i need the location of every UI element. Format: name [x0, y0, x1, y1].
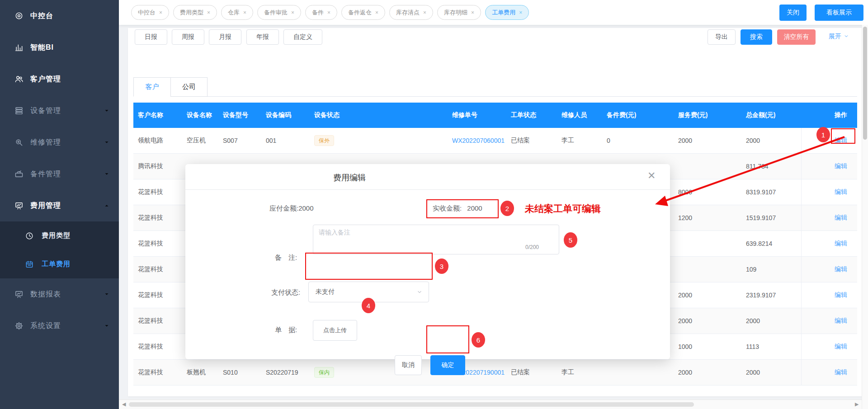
edit-link[interactable]: 编辑	[835, 136, 847, 145]
tabs-divider	[133, 96, 857, 97]
tab-备件审批[interactable]: 备件审批×	[257, 5, 301, 20]
operation-cell: 编辑	[801, 360, 857, 385]
edit-link[interactable]: 编辑	[835, 343, 847, 351]
edit-link[interactable]: 编辑	[835, 317, 847, 325]
customer-name: 花篮科技	[133, 265, 182, 273]
sidebar-item-费用管理[interactable]: 费用管理	[0, 190, 119, 221]
close-icon[interactable]: ×	[159, 10, 162, 15]
sidebar-item-备件管理[interactable]: 备件管理	[0, 158, 119, 190]
sidebar-item-维修管理[interactable]: 维修管理	[0, 127, 119, 158]
tab-公司[interactable]: 公司	[170, 77, 208, 97]
sidebar-item-工单费用[interactable]: 工单费用	[0, 250, 119, 278]
sidebar-item-label: 工单费用	[42, 260, 71, 268]
period-button-自定义[interactable]: 自定义	[283, 29, 322, 45]
chevron-down-icon	[844, 33, 849, 40]
operation-cell: 编辑	[801, 334, 857, 359]
board-display-button[interactable]: 看板展示	[815, 5, 863, 21]
chevron-down-icon	[104, 171, 110, 177]
horizontal-scrollbar[interactable]: ◀ ▶	[119, 400, 862, 409]
edit-link[interactable]: 编辑	[835, 162, 847, 170]
chevron-down-icon	[104, 139, 110, 146]
upload-button[interactable]: 点击上传	[313, 320, 357, 341]
expand-toggle[interactable]: 展开	[829, 33, 849, 41]
confirm-button[interactable]: 确定	[430, 355, 465, 375]
tab-中控台[interactable]: 中控台×	[131, 5, 169, 20]
total-amount: 8319.9107	[741, 188, 801, 196]
dialog-close-icon[interactable]: ✕	[647, 171, 656, 181]
edit-link[interactable]: 编辑	[835, 265, 847, 273]
device-status: 保外	[310, 135, 448, 146]
period-button-年报[interactable]: 年报	[246, 29, 279, 45]
sidebar-item-智能BI[interactable]: 智能BI	[0, 32, 119, 63]
close-icon[interactable]: ×	[375, 10, 378, 15]
close-icon[interactable]: ×	[327, 10, 330, 15]
customer-company-tabs: 客户公司	[133, 77, 208, 97]
service-fee: 2000	[674, 369, 741, 376]
edit-link[interactable]: 编辑	[835, 291, 847, 299]
sidebar-item-label: 维修管理	[30, 138, 61, 147]
total-amount: 639.8214	[741, 240, 801, 247]
sidebar-item-费用类型[interactable]: 费用类型	[0, 221, 119, 250]
remark-textarea[interactable]	[313, 225, 559, 254]
total-amount: 1113	[741, 343, 801, 350]
tab-库存清点[interactable]: 库存清点×	[389, 5, 433, 20]
vertical-scrollbar[interactable]	[862, 25, 868, 409]
repair-icon	[14, 138, 24, 147]
close-page-button[interactable]: 关闭	[779, 5, 807, 21]
total-amount: 2000	[741, 369, 801, 376]
payable-amount-text: 应付金额:2000	[269, 204, 314, 213]
period-button-周报[interactable]: 周报	[172, 29, 204, 45]
scroll-right-icon[interactable]: ▶	[855, 401, 859, 407]
vertical-scroll-thumb[interactable]	[863, 27, 867, 140]
clear-all-button[interactable]: 清空所有	[777, 29, 816, 45]
tab-备件返仓[interactable]: 备件返仓×	[341, 5, 385, 20]
received-amount-field[interactable]: 实收金额: 2000	[433, 204, 482, 213]
tab-工单费用[interactable]: 工单费用×	[485, 5, 529, 20]
sidebar-item-中控台[interactable]: 中控台	[0, 0, 119, 32]
edit-link[interactable]: 编辑	[835, 368, 847, 376]
sidebar-item-系统设置[interactable]: 系统设置	[0, 310, 119, 342]
close-icon[interactable]: ×	[207, 10, 210, 15]
period-button-月报[interactable]: 月报	[209, 29, 241, 45]
tab-库存明细[interactable]: 库存明细×	[437, 5, 481, 20]
close-icon[interactable]: ×	[471, 10, 474, 15]
period-button-日报[interactable]: 日报	[135, 29, 167, 45]
search-button[interactable]: 搜索	[741, 29, 772, 45]
pay-status-select[interactable]: 未支付	[308, 282, 429, 302]
pay-status-value: 未支付	[316, 288, 335, 296]
tab-label: 中控台	[138, 9, 156, 17]
tab-客户[interactable]: 客户	[133, 77, 170, 97]
sidebar-item-客户管理[interactable]: 客户管理	[0, 63, 119, 95]
column-header: 维修单号	[448, 111, 506, 119]
column-header: 设备型号	[218, 111, 261, 119]
breadcrumb: 中控台×费用类型×仓库×备件审批×备件×备件返仓×库存清点×库存明细×工单费用×	[131, 5, 529, 20]
device-code: S20220719	[261, 369, 310, 376]
tab-仓库[interactable]: 仓库×	[221, 5, 253, 20]
dialog-body: 应付金额:2000 实收金额: 2000 备 注: 0/200 支付状态: 未支…	[185, 190, 670, 359]
column-header: 备件费(元)	[602, 111, 674, 119]
close-icon[interactable]: ×	[291, 10, 294, 15]
tab-费用类型[interactable]: 费用类型×	[173, 5, 217, 20]
edit-link[interactable]: 编辑	[835, 240, 847, 248]
cancel-button[interactable]: 取消	[395, 355, 422, 375]
close-icon[interactable]: ×	[423, 10, 426, 15]
scroll-left-icon[interactable]: ◀	[122, 401, 126, 407]
sidebar-item-数据报表[interactable]: 数据报表	[0, 278, 119, 310]
operation-cell: 编辑	[801, 128, 857, 153]
service-fee: 8000	[674, 188, 741, 196]
device-code: 001	[261, 137, 310, 144]
tab-备件[interactable]: 备件×	[305, 5, 337, 20]
sidebar-item-label: 客户管理	[30, 75, 61, 84]
customer-name: 花篮科技	[133, 214, 182, 222]
close-icon[interactable]: ×	[519, 10, 522, 15]
close-icon[interactable]: ×	[243, 10, 246, 15]
chevron-down-icon	[104, 108, 110, 114]
edit-link[interactable]: 编辑	[835, 214, 847, 222]
total-amount: 1519.9107	[741, 214, 801, 221]
sidebar: 中控台智能BI客户管理设备管理维修管理备件管理费用管理费用类型工单费用数据报表系…	[0, 0, 119, 409]
sidebar-item-设备管理[interactable]: 设备管理	[0, 95, 119, 127]
export-button[interactable]: 导出	[708, 29, 736, 45]
order-link[interactable]: WX202207060001	[452, 137, 505, 144]
horizontal-scroll-thumb[interactable]	[129, 402, 694, 407]
edit-link[interactable]: 编辑	[835, 188, 847, 196]
